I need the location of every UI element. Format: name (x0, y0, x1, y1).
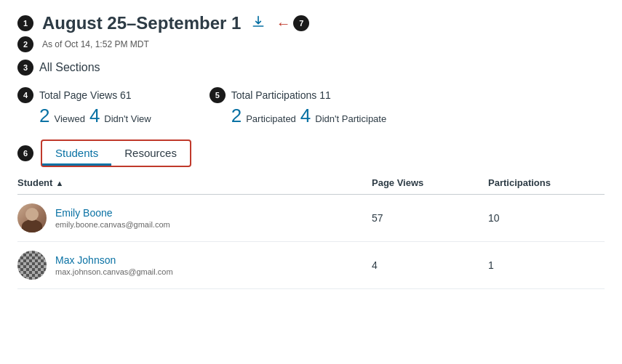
sections-row: 3 All Sections (17, 60, 605, 76)
badge-1: 1 (17, 15, 33, 31)
title-row: 1 August 25–September 1 ← 7 (17, 13, 605, 33)
subtitle-row: 2 As of Oct 14, 1:52 PM MDT (17, 36, 605, 52)
student-cell: Emily Boone emily.boone.canvas@gmail.com (17, 203, 372, 232)
arrow-annotation: ← (276, 15, 290, 32)
cell-page-views: 57 (372, 212, 488, 224)
tabs-container: Students Resources (42, 141, 190, 166)
student-name-link[interactable]: Max Johnson (55, 254, 173, 266)
participated-label: Participated (246, 113, 296, 124)
didnt-participate-label: Didn't Participate (315, 113, 386, 124)
participated-num: 2 (231, 106, 242, 125)
sort-arrow-icon: ▲ (55, 179, 63, 187)
participations-block: 5 Total Participations 11 2 Participated… (210, 87, 386, 125)
avatar-emily (17, 203, 47, 232)
cell-page-views: 4 (372, 259, 488, 271)
stats-row: 4 Total Page Views 61 2 Viewed 4 Didn't … (17, 87, 605, 125)
table-section: Student ▲ Page Views Participations Emil… (17, 170, 605, 289)
page-container: 1 August 25–September 1 ← 7 2 As of Oct … (0, 0, 622, 307)
student-name-link[interactable]: Emily Boone (55, 207, 170, 219)
page-views-title: Total Page Views 61 (39, 89, 132, 101)
student-rows: Emily Boone emily.boone.canvas@gmail.com… (17, 195, 605, 289)
table-row: Emily Boone emily.boone.canvas@gmail.com… (17, 195, 605, 242)
page-title: August 25–September 1 (42, 13, 241, 33)
didnt-participate-num: 4 (300, 106, 311, 125)
viewed-num: 2 (39, 106, 49, 125)
viewed-label: Viewed (54, 113, 84, 124)
page-views-block: 4 Total Page Views 61 2 Viewed 4 Didn't … (17, 87, 151, 125)
table-row: Max Johnson max.johnson.canvas@gmail.com… (17, 242, 605, 289)
tabs-wrapper: 6 Students Resources (17, 139, 605, 167)
annotation-7-group: ← 7 (276, 15, 309, 32)
badge-5: 5 (210, 87, 226, 103)
download-button[interactable] (250, 14, 267, 33)
badge-2: 2 (17, 36, 33, 52)
student-info: Emily Boone emily.boone.canvas@gmail.com (55, 207, 170, 229)
student-info: Max Johnson max.johnson.canvas@gmail.com (55, 254, 173, 276)
didnt-view-num: 4 (89, 106, 100, 125)
tab-students[interactable]: Students (42, 141, 111, 166)
tabs-section: Students Resources (41, 139, 191, 167)
participations-title: Total Participations 11 (231, 89, 331, 101)
cell-participations: 10 (488, 212, 605, 224)
badge-6: 6 (17, 145, 33, 161)
col-student: Student ▲ (17, 177, 372, 188)
cell-participations: 1 (488, 259, 605, 271)
subtitle-text: As of Oct 14, 1:52 PM MDT (42, 39, 149, 49)
download-icon (251, 15, 266, 32)
tab-resources[interactable]: Resources (111, 141, 190, 166)
student-cell: Max Johnson max.johnson.canvas@gmail.com (17, 251, 372, 280)
student-email: max.johnson.canvas@gmail.com (55, 267, 173, 276)
sections-label: All Sections (39, 61, 100, 74)
badge-7: 7 (293, 15, 309, 31)
col-student-label: Student (17, 177, 52, 188)
avatar-max (17, 251, 47, 280)
badge-4: 4 (17, 87, 33, 103)
col-page-views: Page Views (372, 177, 488, 188)
table-header: Student ▲ Page Views Participations (17, 170, 605, 195)
didnt-view-label: Didn't View (104, 113, 151, 124)
student-email: emily.boone.canvas@gmail.com (55, 220, 170, 229)
col-participations: Participations (488, 177, 605, 188)
badge-3: 3 (17, 60, 33, 76)
